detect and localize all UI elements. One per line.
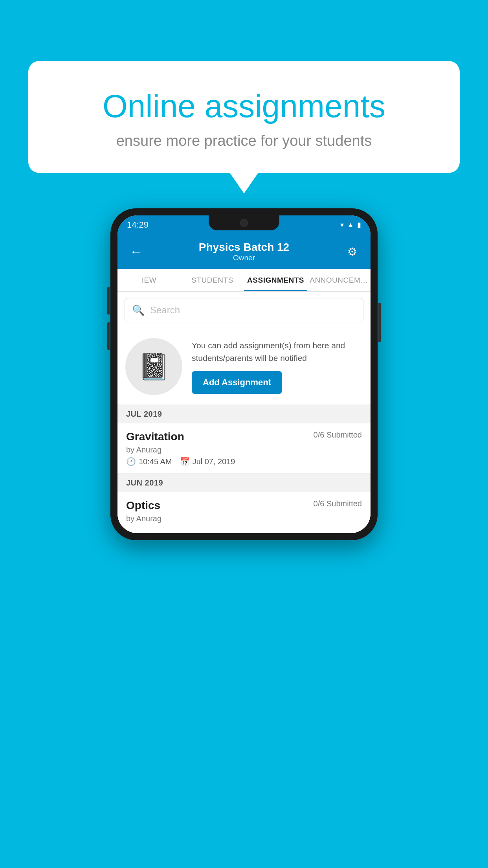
phone-frame: 14:29 ▾ ▲ ▮ ← Physics Batch 12 Owner ⚙ I… xyxy=(110,208,378,540)
assignment-date: 📅 Jul 07, 2019 xyxy=(180,457,235,466)
promo-right: You can add assignment(s) from here and … xyxy=(192,339,363,394)
status-time: 14:29 xyxy=(127,220,149,230)
assignment-name-gravitation: Gravitation xyxy=(126,430,184,443)
assignment-name-optics: Optics xyxy=(126,499,160,512)
bubble-title: Online assignments xyxy=(52,88,436,124)
header-center: Physics Batch 12 Owner xyxy=(146,241,342,262)
header-subtitle: Owner xyxy=(146,254,342,262)
speech-bubble: Online assignments ensure more practice … xyxy=(28,61,460,173)
assignment-item-top-optics: Optics 0/6 Submitted xyxy=(126,499,362,512)
tab-iew[interactable]: IEW xyxy=(117,269,181,291)
add-assignment-promo: 📓 You can add assignment(s) from here an… xyxy=(117,329,371,405)
date-value: Jul 07, 2019 xyxy=(193,457,235,466)
app-header: ← Physics Batch 12 Owner ⚙ xyxy=(117,234,371,269)
assignment-icon-circle: 📓 xyxy=(125,338,182,395)
calendar-icon: 📅 xyxy=(180,457,190,466)
assignment-icon: 📓 xyxy=(138,352,170,382)
search-placeholder: Search xyxy=(150,305,180,316)
assignment-item-optics[interactable]: Optics 0/6 Submitted by Anurag xyxy=(117,492,371,533)
phone-screen: 14:29 ▾ ▲ ▮ ← Physics Batch 12 Owner ⚙ I… xyxy=(117,215,371,533)
phone-notch xyxy=(209,215,279,230)
section-header-jun: JUN 2019 xyxy=(117,474,371,492)
signal-icon: ▲ xyxy=(347,221,354,229)
bubble-subtitle: ensure more practice for your students xyxy=(52,132,436,149)
phone-button-left xyxy=(107,287,110,314)
tab-assignments[interactable]: ASSIGNMENTS xyxy=(244,269,307,291)
screen-content: 🔍 Search 📓 You can add assignment(s) fro… xyxy=(117,292,371,533)
tab-students[interactable]: STUDENTS xyxy=(181,269,244,291)
search-icon: 🔍 xyxy=(132,304,145,316)
header-title: Physics Batch 12 xyxy=(146,241,342,254)
assignment-submitted-gravitation: 0/6 Submitted xyxy=(314,430,362,440)
wifi-icon: ▾ xyxy=(340,221,344,229)
search-bar[interactable]: 🔍 Search xyxy=(125,298,363,322)
phone-button-left2 xyxy=(107,322,110,350)
promo-text: You can add assignment(s) from here and … xyxy=(192,339,363,364)
time-value: 10:45 AM xyxy=(139,457,172,466)
phone-container: 14:29 ▾ ▲ ▮ ← Physics Batch 12 Owner ⚙ I… xyxy=(110,208,378,540)
battery-icon: ▮ xyxy=(357,221,361,229)
assignment-item-top: Gravitation 0/6 Submitted xyxy=(126,430,362,443)
assignment-submitted-optics: 0/6 Submitted xyxy=(314,499,362,508)
assignment-item-gravitation[interactable]: Gravitation 0/6 Submitted by Anurag 🕐 10… xyxy=(117,423,371,474)
phone-camera xyxy=(240,219,248,227)
search-container: 🔍 Search xyxy=(117,292,371,329)
status-icons: ▾ ▲ ▮ xyxy=(340,221,361,229)
section-header-jul: JUL 2019 xyxy=(117,405,371,423)
assignment-time: 🕐 10:45 AM xyxy=(126,457,172,466)
assignment-by-gravitation: by Anurag xyxy=(126,445,362,454)
add-assignment-button[interactable]: Add Assignment xyxy=(192,371,282,394)
tab-announcements[interactable]: ANNOUNCEM… xyxy=(307,269,371,291)
assignment-by-optics: by Anurag xyxy=(126,514,362,523)
clock-icon: 🕐 xyxy=(126,457,136,466)
phone-button-right xyxy=(378,303,381,342)
back-button[interactable]: ← xyxy=(126,245,146,259)
tabs-bar: IEW STUDENTS ASSIGNMENTS ANNOUNCEM… xyxy=(117,269,371,292)
assignment-meta-gravitation: 🕐 10:45 AM 📅 Jul 07, 2019 xyxy=(126,457,362,466)
speech-bubble-container: Online assignments ensure more practice … xyxy=(28,61,460,173)
settings-button[interactable]: ⚙ xyxy=(342,245,362,258)
